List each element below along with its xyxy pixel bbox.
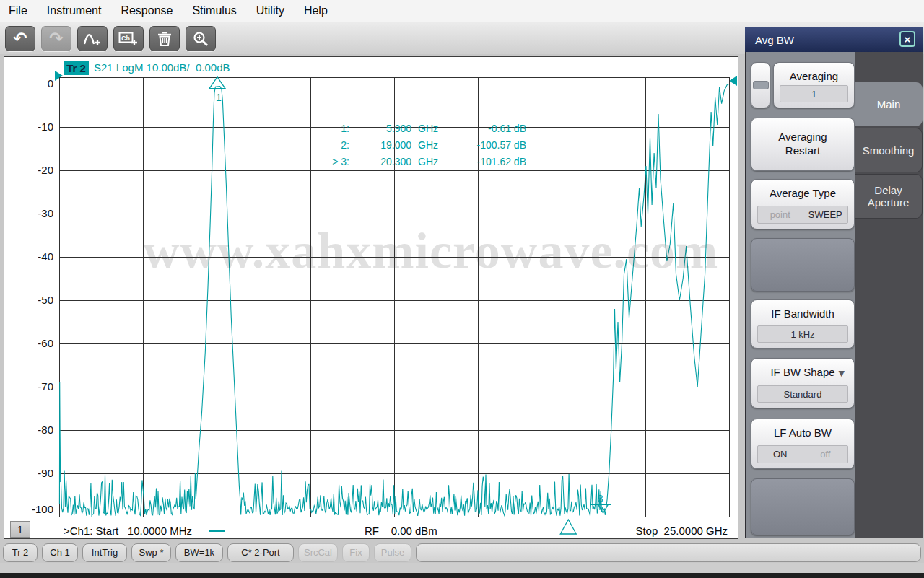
add-trace-icon [82,30,103,48]
watermark: www.xahxmicrowave.com [143,222,778,280]
menu-item-instrument[interactable]: Instrument [47,4,102,17]
blank-softkey-1 [751,238,855,292]
window-bottom-edge [0,573,924,578]
status-button-swp-[interactable]: Swp * [131,543,171,562]
marker-readout-row: 2:19.000GHz-100.57 dB [323,136,526,153]
menu-item-utility[interactable]: Utility [256,4,284,17]
averaging-restart-button[interactable]: Averaging Restart [751,118,855,171]
if-bandwidth-button[interactable]: IF Bandwidth 1 kHz [751,299,855,349]
tab-smoothing[interactable]: Smoothing [855,128,923,172]
tab-delay-aperture[interactable]: Delay Aperture [855,174,923,219]
status-button-c-2-port[interactable]: C* 2-Port [227,543,294,562]
averaging-restart-label: Averaging Restart [770,131,835,158]
marker-readout-row: 1:5.900GHz-0.61 dB [323,120,526,136]
status-button-pulse[interactable]: Pulse [374,543,411,562]
y-tick-label: -90 [20,467,53,479]
y-tick-label: -30 [20,207,53,219]
menu-item-help[interactable]: Help [304,4,328,17]
marker-2-label: 2 [565,538,571,539]
lf-auto-bw-option-on[interactable]: ON [758,446,803,463]
lf-auto-bw-button[interactable]: LF Auto BW ON off [751,419,855,469]
delete-trace-button[interactable] [149,26,180,51]
panel-title: Avg BW [755,34,794,46]
y-tick-label: -10 [20,121,53,133]
average-type-toggle[interactable]: point SWEEP [757,206,848,224]
averaging-button[interactable]: Averaging 1 [773,62,855,108]
stimulus-stop-label: Stop 25.0000 GHz [618,525,728,537]
bottom-strip [0,563,924,573]
redo-button[interactable]: ↷ [41,26,71,51]
y-tick-label: -50 [20,294,53,306]
lf-auto-bw-label: LF Auto BW [774,426,832,440]
average-type-button[interactable]: Average Type point SWEEP [751,179,855,229]
marker-2-glyph[interactable] [560,520,576,534]
marker-1-label: 1 [216,92,222,103]
delete-trace-icon [156,30,173,48]
averaging-enable-button[interactable] [751,62,770,108]
close-icon: × [905,34,911,45]
averaging-led-indicator [753,81,769,89]
averaging-value: 1 [780,85,848,102]
marker-readout-row: > 3:20.300GHz-101.62 dB [323,153,526,170]
blank-softkey-2 [751,478,855,535]
redo-icon: ↷ [49,30,63,47]
y-tick-label: 0 [20,77,53,89]
status-button-fix[interactable]: Fix [342,543,370,562]
lf-auto-bw-option-off[interactable]: off [803,446,848,463]
y-tick-label: -70 [20,380,53,393]
chevron-down-icon: ▼ [839,369,845,378]
if-bandwidth-label: IF Bandwidth [771,307,834,321]
marker-readout-table: 1:5.900GHz-0.61 dB2:19.000GHz-100.57 dB>… [323,120,526,170]
tab-main[interactable]: Main [855,82,923,126]
status-button-bw-1k[interactable]: BW=1k [175,543,223,562]
y-tick-label: -20 [20,164,53,176]
status-button-inttrig[interactable]: IntTrig [82,543,127,562]
panel-titlebar: Avg BW [745,27,923,52]
panel-close-button[interactable]: × [899,31,915,47]
channel-badge[interactable]: 1 [10,521,30,538]
add-channel-icon: Ch [118,30,139,48]
menu-item-file[interactable]: File [9,4,27,17]
status-button-tr-2[interactable]: Tr 2 [3,543,38,562]
menu-bar: FileInstrumentResponseStimulusUtilityHel… [0,0,924,22]
y-tick-label: -40 [20,250,53,263]
menu-item-response[interactable]: Response [121,4,173,17]
average-type-label: Average Type [770,187,836,201]
if-bw-shape-label: IF BW Shape [770,366,834,380]
trace-color-legend [209,530,225,532]
average-type-option-point[interactable]: point [758,206,803,223]
average-type-option-sweep[interactable]: SWEEP [803,206,848,223]
zoom-button[interactable] [186,26,216,51]
zoom-icon [192,30,209,48]
lf-auto-bw-toggle[interactable]: ON off [757,445,848,463]
rf-power-label: RF 0.00 dBm [365,525,437,537]
status-button-empty [416,543,921,562]
status-button-ch-1[interactable]: Ch 1 [42,543,78,562]
status-button-srccal[interactable]: SrcCal [298,543,338,562]
y-tick-label: -80 [20,424,53,436]
svg-text:Ch: Ch [121,34,130,41]
if-bandwidth-value: 1 kHz [757,325,848,343]
undo-button[interactable]: ↶ [5,26,35,51]
if-bw-shape-value: Standard [757,385,848,403]
stimulus-start-label: >Ch1: Start 10.0000 MHz [64,525,192,537]
status-bar: Tr 2Ch 1IntTrigSwp *BW=1kC* 2-PortSrcCal… [0,542,924,563]
marker-3-label: 3 [598,493,603,504]
y-tick-label: -60 [20,337,53,349]
if-bw-shape-button[interactable]: IF BW Shape ▼ Standard [751,358,855,408]
menu-item-stimulus[interactable]: Stimulus [192,4,236,17]
add-trace-button[interactable] [77,26,108,51]
add-channel-button[interactable]: Ch [113,26,144,51]
averaging-label: Averaging [790,70,838,84]
y-tick-label: -100 [20,503,53,515]
undo-icon: ↶ [13,30,27,47]
